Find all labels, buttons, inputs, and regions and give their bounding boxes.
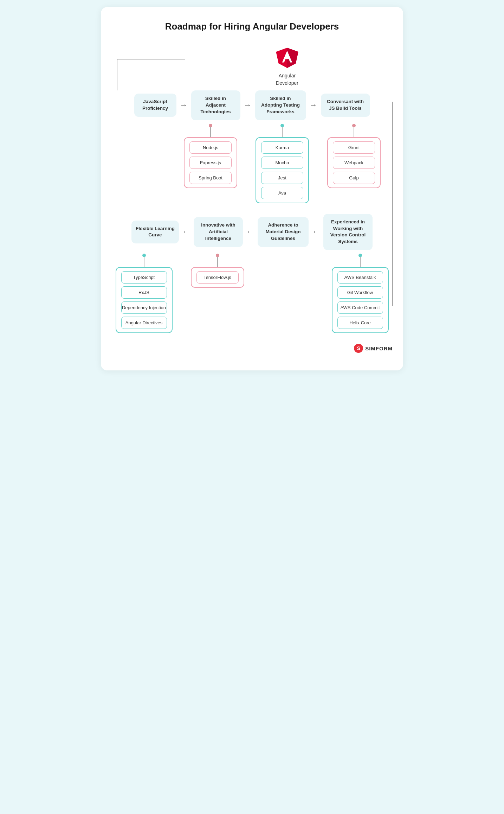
main-card: Roadmap for Hiring Angular Developers An… <box>101 7 403 370</box>
arrow-2: → <box>240 101 255 110</box>
arrow-row2-1: ← <box>179 227 194 236</box>
item-aws-beanstalk: AWS Beanstalk <box>337 271 383 284</box>
item-mocha: Mocha <box>261 157 303 169</box>
node-flexible: Flexible LearningCurve <box>131 221 179 244</box>
item-nodejs: Node.js <box>189 141 232 154</box>
stem-vcs <box>360 257 361 267</box>
dot-build <box>352 124 356 127</box>
item-expressjs: Express.js <box>189 157 232 169</box>
item-springboot: Spring Boot <box>189 172 232 184</box>
angular-center: AngularDeveloper <box>274 45 300 87</box>
item-helix-core: Helix Core <box>337 317 383 329</box>
stem-adjacent <box>210 127 211 137</box>
simform-branding: S SIMFORM <box>111 344 393 353</box>
stem-flexible <box>144 257 144 267</box>
line-from-angular <box>117 59 117 90</box>
item-rxjs: RxJS <box>121 286 167 299</box>
arrow-row2-3: ← <box>309 227 323 236</box>
line-horizontal-top <box>117 59 185 59</box>
row1-section: JavaScriptProficiency → Skilled inAdjace… <box>111 90 393 203</box>
angular-label: AngularDeveloper <box>276 72 298 87</box>
arrow-1: → <box>176 101 191 110</box>
item-grunt: Grunt <box>333 141 375 154</box>
item-angular-directives: Angular Directives <box>121 317 167 329</box>
border-vcs: AWS Beanstalk Git Workflow AWS Code Comm… <box>332 267 389 333</box>
row2-nodes: Flexible LearningCurve ← Innovative with… <box>111 214 393 250</box>
item-webpack: Webpack <box>333 157 375 169</box>
item-ava: Ava <box>261 187 303 199</box>
border-build: Grunt Webpack Gulp <box>327 137 381 188</box>
subgroup-flexible: TypeScript RxJS Dependency Injection Ang… <box>116 254 173 333</box>
simform-icon: S <box>354 344 363 353</box>
right-vertical-connector <box>392 102 393 306</box>
item-dependency-injection: Dependency Injection <box>121 301 167 314</box>
row2-section: Flexible LearningCurve ← Innovative with… <box>111 214 393 333</box>
stem-testing <box>282 127 283 137</box>
dot-ai <box>216 254 219 257</box>
row1-nodes: JavaScriptProficiency → Skilled inAdjace… <box>111 90 393 120</box>
node-vcs: Experienced inWorking withVersion Contro… <box>323 214 373 250</box>
subgroup-ai: TensorFlow.js <box>191 254 244 333</box>
item-gulp: Gulp <box>333 172 375 184</box>
dot-testing <box>280 124 284 127</box>
item-karma: Karma <box>261 141 303 154</box>
border-adjacent: Node.js Express.js Spring Boot <box>184 137 237 188</box>
diagram-layout: AngularDeveloper JavaScriptProficiency →… <box>111 45 393 333</box>
page-title: Roadmap for Hiring Angular Developers <box>111 21 393 32</box>
border-flexible: TypeScript RxJS Dependency Injection Ang… <box>116 267 173 333</box>
node-js-proficiency: JavaScriptProficiency <box>134 94 176 117</box>
stem-ai <box>217 257 218 267</box>
row2-subgroups: TypeScript RxJS Dependency Injection Ang… <box>111 254 393 333</box>
dot-adjacent <box>209 124 212 127</box>
arrow-row2-2: ← <box>243 227 258 236</box>
item-git-workflow: Git Workflow <box>337 286 383 299</box>
node-build: Conversant withJS Build Tools <box>321 94 370 117</box>
node-material: Adherence toMaterial DesignGuidelines <box>258 217 309 247</box>
node-adjacent: Skilled inAdjacentTechnologies <box>191 90 240 120</box>
material-spacer <box>263 254 314 333</box>
simform-label: SIMFORM <box>365 345 393 351</box>
item-jest: Jest <box>261 172 303 184</box>
subgroup-adjacent: Node.js Express.js Spring Boot <box>184 124 237 203</box>
item-aws-code-commit: AWS Code Commit <box>337 301 383 314</box>
item-typescript: TypeScript <box>121 271 167 284</box>
row1-subgroups: Node.js Express.js Spring Boot Karma Moc… <box>111 124 393 203</box>
stem-build <box>354 127 354 137</box>
dot-vcs <box>358 254 362 257</box>
border-ai: TensorFlow.js <box>191 267 244 288</box>
subgroup-vcs: AWS Beanstalk Git Workflow AWS Code Comm… <box>332 254 389 333</box>
arrow-3: → <box>306 101 321 110</box>
subgroup-build: Grunt Webpack Gulp <box>327 124 381 203</box>
js-prof-spacer <box>123 124 166 203</box>
node-testing: Skilled inAdopting TestingFrameworks <box>255 90 306 120</box>
subgroup-testing: Karma Mocha Jest Ava <box>256 124 309 203</box>
border-testing: Karma Mocha Jest Ava <box>256 137 309 203</box>
item-tensorflow: TensorFlow.js <box>196 271 239 284</box>
angular-logo <box>274 45 300 70</box>
dot-flexible <box>142 254 146 257</box>
node-ai: Innovative withArtificialIntelligence <box>194 217 243 247</box>
